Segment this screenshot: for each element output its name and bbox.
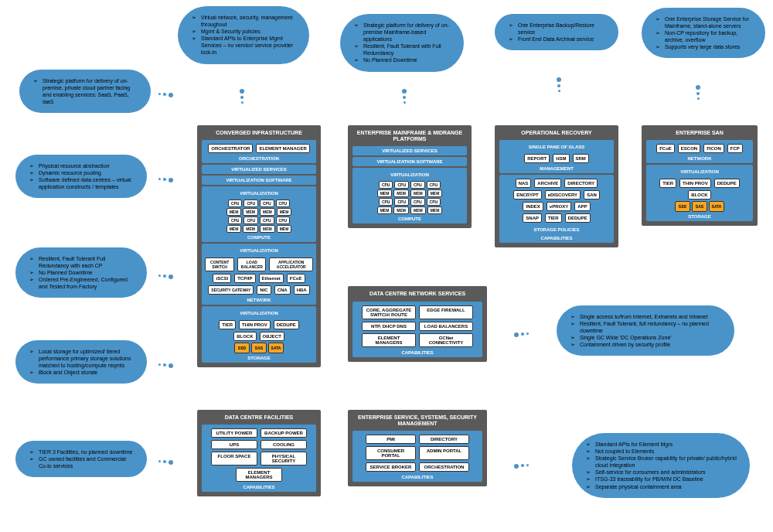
panel-dcns: DATA CENTRE NETWORK SERVICES CORE, AGGRE… [348, 286, 487, 362]
cloud-san: One Enterprise Storage Service for Mainf… [642, 8, 765, 58]
cloud-abstract: Physical resource abstractionDynamic res… [15, 155, 147, 198]
dots [696, 85, 700, 100]
cloud-dcns: Single access to/from Internet, Extranet… [557, 305, 734, 356]
l: Virtual network, security, management th… [189, 14, 298, 56]
dots [240, 89, 244, 104]
cloud-strategic: Strategic platform for delivery of on-pr… [19, 70, 151, 113]
cloud-tier3: TIER 3 Facilities, no planned downtimeGC… [15, 441, 147, 477]
dots [402, 89, 407, 104]
panel-operational: OPERATIONAL RECOVERY SINGLE PANE OF GLAS… [495, 125, 618, 247]
panel-mainframe: ENTERPRISE MAINFRAME & MIDRANGE PLATFORM… [348, 125, 472, 228]
dots [158, 178, 173, 182]
panel-san: ENTERPRISE SAN FCoEESCONFICONFCP NETWORK… [642, 125, 758, 226]
panel-converged: CONVERGED INFRASTRUCTURE ORCHESTRATORELE… [197, 125, 321, 367]
panel-essm: ENTERPRISE SERVICE, SYSTEMS, SECURITY MA… [348, 410, 487, 486]
dots [514, 464, 529, 469]
cloud-mf: Strategic platform for delivery of on-pr… [340, 14, 464, 72]
cloud-conv-top: Virtual network, security, management th… [178, 6, 309, 64]
panel-dcf: DATA CENTRE FACILITIES UTILITY POWERBACK… [197, 410, 321, 496]
dots [158, 275, 173, 279]
cloud-essm: Standard APIs for Element MgrsNot couple… [572, 433, 750, 498]
dots [158, 93, 173, 97]
cloud-op: One Enterprise Backup/Restore serviceFro… [495, 14, 618, 50]
dots [158, 363, 173, 368]
dots [158, 460, 173, 465]
cloud-resilient: Resilient, Fault Tolerant Full Redundanc… [15, 247, 147, 298]
dots [514, 332, 529, 337]
cloud-storage: Local storage for optimized/ tiered perf… [15, 340, 147, 384]
dots [557, 77, 561, 92]
